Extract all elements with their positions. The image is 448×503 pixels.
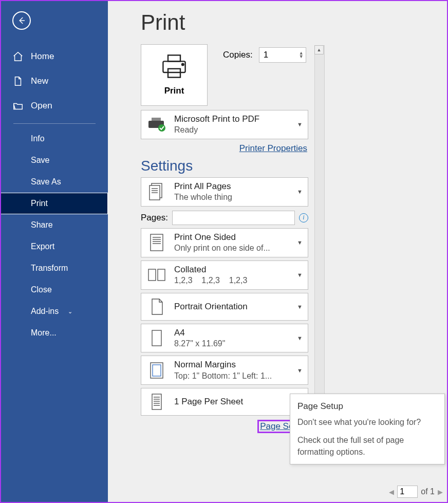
copies-label: Copies: xyxy=(223,50,253,60)
scroll-up-button[interactable]: ▲ xyxy=(314,45,324,54)
svg-rect-5 xyxy=(152,118,161,121)
sidebar-item-print[interactable]: Print xyxy=(1,193,108,214)
chevron-down-icon: ▼ xyxy=(297,367,303,374)
svg-point-6 xyxy=(158,124,165,132)
per-sheet-icon xyxy=(146,392,167,412)
sidebar-item-info[interactable]: Info xyxy=(1,128,108,150)
copies-value: 1 xyxy=(264,50,268,60)
sidebar-item-label: Info xyxy=(31,134,45,143)
paper-title: A4 xyxy=(174,327,303,339)
back-button[interactable] xyxy=(12,11,31,30)
one-sided-icon xyxy=(146,232,167,253)
paper-size-dropdown[interactable]: A4 8.27" x 11.69" ▼ xyxy=(141,324,308,353)
pages-icon xyxy=(146,181,167,202)
paper-sub: 8.27" x 11.69" xyxy=(174,339,303,349)
margins-dropdown[interactable]: Normal Margins Top: 1" Bottom: 1" Left: … xyxy=(141,356,308,385)
chevron-down-icon: ▼ xyxy=(297,335,303,341)
preview-page-nav: ◀ of 1 ▶ xyxy=(389,486,443,498)
sidebar-item-new[interactable]: New xyxy=(1,69,108,94)
collate-sub: 1,2,3 1,2,3 1,2,3 xyxy=(174,275,303,286)
sidebar-item-save-as[interactable]: Save As xyxy=(1,171,108,193)
home-icon xyxy=(12,51,24,62)
print-backstage: Print Print Copies: xyxy=(108,1,447,502)
sidebar-item-more[interactable]: More... xyxy=(1,322,108,344)
tooltip-title: Page Setup xyxy=(297,400,437,413)
collate-icon xyxy=(146,265,167,285)
chevron-down-icon: ⌄ xyxy=(68,308,72,315)
printer-status: Ready xyxy=(174,125,303,136)
print-range-sub: The whole thing xyxy=(174,192,303,203)
printer-dropdown[interactable]: Microsoft Print to PDF Ready ▼ xyxy=(141,110,308,139)
pages-per-sheet-dropdown[interactable]: 1 Page Per Sheet ▼ xyxy=(141,388,308,416)
page-of-label: of 1 xyxy=(421,487,435,496)
printer-name: Microsoft Print to PDF xyxy=(174,114,303,125)
sidebar-item-label: Share xyxy=(31,220,53,230)
pages-input[interactable] xyxy=(172,211,295,225)
collate-dropdown[interactable]: Collated 1,2,3 1,2,3 1,2,3 ▼ xyxy=(141,260,308,290)
print-button-label: Print xyxy=(164,86,184,96)
sidebar-item-transform[interactable]: Transform xyxy=(1,257,108,279)
sidebar-item-label: Add-ins xyxy=(31,307,59,316)
margins-icon xyxy=(146,360,167,381)
tooltip-line: Check out the full set of page formattin… xyxy=(297,434,437,458)
print-button[interactable]: Print xyxy=(141,44,208,106)
copies-spinner[interactable]: 1 ▲▼ xyxy=(259,47,306,63)
new-icon xyxy=(12,76,24,87)
pages-label: Pages: xyxy=(141,213,168,223)
orientation-dropdown[interactable]: Portrait Orientation ▼ xyxy=(141,293,308,321)
settings-heading: Settings xyxy=(141,158,308,174)
svg-rect-21 xyxy=(153,365,161,376)
chevron-down-icon: ▼ xyxy=(297,272,303,278)
sides-title: Print One Sided xyxy=(174,232,303,243)
margins-sub: Top: 1" Bottom: 1" Left: 1... xyxy=(174,371,303,382)
sidebar-item-label: Print xyxy=(31,199,48,208)
sidebar-item-share[interactable]: Share xyxy=(1,214,108,236)
next-page-button[interactable]: ▶ xyxy=(438,488,443,496)
backstage-sidebar: Home New Open Info Save Save As Print Sh… xyxy=(1,1,108,502)
sidebar-item-label: Export xyxy=(31,242,54,251)
margins-title: Normal Margins xyxy=(174,359,303,370)
prev-page-button[interactable]: ◀ xyxy=(389,488,394,496)
back-arrow-icon xyxy=(17,16,26,25)
page-setup-tooltip: Page Setup Don't see what you're looking… xyxy=(290,394,445,464)
printer-status-icon xyxy=(146,114,167,135)
per-sheet-title: 1 Page Per Sheet xyxy=(174,396,303,407)
print-range-title: Print All Pages xyxy=(174,181,303,192)
chevron-down-icon: ▼ xyxy=(297,304,303,310)
collate-title: Collated xyxy=(174,264,303,275)
spinner-arrows[interactable]: ▲▼ xyxy=(299,51,304,59)
svg-rect-1 xyxy=(168,55,180,61)
sidebar-item-home[interactable]: Home xyxy=(1,44,108,69)
sides-sub: Only print on one side of... xyxy=(174,243,303,254)
page-title: Print xyxy=(141,10,447,35)
chevron-down-icon: ▼ xyxy=(297,189,303,195)
sidebar-item-export[interactable]: Export xyxy=(1,236,108,257)
svg-rect-19 xyxy=(152,330,161,346)
sidebar-divider xyxy=(13,123,96,124)
sidebar-item-open[interactable]: Open xyxy=(1,94,108,118)
chevron-down-icon: ▼ xyxy=(297,121,303,127)
svg-rect-2 xyxy=(168,69,180,78)
sidebar-item-addins[interactable]: Add-ins⌄ xyxy=(1,301,108,322)
sidebar-item-close[interactable]: Close xyxy=(1,279,108,301)
svg-rect-17 xyxy=(148,269,156,281)
svg-rect-0 xyxy=(163,61,185,72)
svg-rect-18 xyxy=(158,269,165,281)
tooltip-line: Don't see what you're looking for? xyxy=(297,416,437,428)
print-preview xyxy=(331,44,445,433)
svg-rect-12 xyxy=(151,234,163,251)
sidebar-item-label: Open xyxy=(31,101,52,111)
sidebar-item-save[interactable]: Save xyxy=(1,150,108,171)
sides-dropdown[interactable]: Print One Sided Only print on one side o… xyxy=(141,228,308,257)
info-icon[interactable]: i xyxy=(299,213,308,222)
printer-properties-link[interactable]: Printer Properties xyxy=(239,143,307,153)
current-page-input[interactable] xyxy=(397,486,418,498)
sidebar-item-label: Close xyxy=(31,285,52,294)
svg-point-3 xyxy=(182,64,184,66)
sidebar-item-label: Save xyxy=(31,156,49,165)
settings-scrollbar[interactable]: ▲ ▼ xyxy=(314,45,325,410)
open-icon xyxy=(12,100,24,111)
svg-rect-22 xyxy=(152,394,161,409)
print-range-dropdown[interactable]: Print All Pages The whole thing ▼ xyxy=(141,177,308,207)
chevron-down-icon: ▼ xyxy=(297,239,303,246)
